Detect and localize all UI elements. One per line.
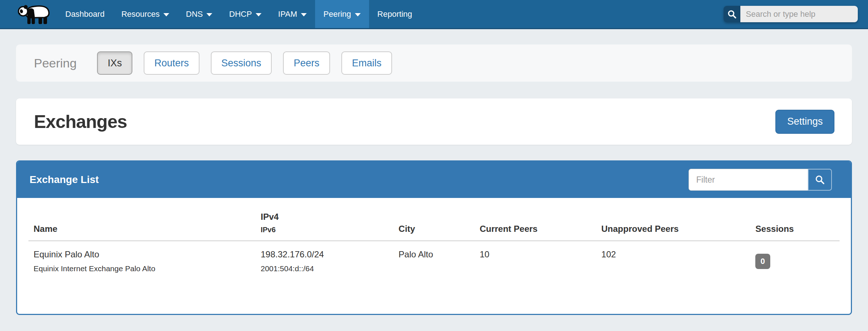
routers-button[interactable]: Routers <box>144 51 199 75</box>
nav-item-resources[interactable]: Resources <box>113 0 178 28</box>
global-search-input[interactable] <box>740 6 858 22</box>
nav-label: Dashboard <box>65 9 105 19</box>
emails-button[interactable]: Emails <box>341 51 392 75</box>
column-header-sessions: Sessions <box>750 207 840 241</box>
exchange-long-name: Equinix Internet Exchange Palo Alto <box>34 264 251 273</box>
cell-sessions: 0 <box>750 241 840 277</box>
nav-item-dns[interactable]: DNS <box>178 0 221 28</box>
nav-item-peering[interactable]: Peering <box>315 0 369 28</box>
sessions-button[interactable]: Sessions <box>211 51 272 75</box>
exchange-list-panel: Exchange List Name IPv4 I <box>16 160 852 315</box>
column-header-current-peers: Current Peers <box>474 207 596 241</box>
exchange-list-header: Exchange List <box>17 161 851 198</box>
filter-input[interactable] <box>689 169 808 191</box>
nav-item-dashboard[interactable]: Dashboard <box>57 0 113 28</box>
cell-city: Palo Alto <box>394 241 474 277</box>
sessions-count-badge[interactable]: 0 <box>755 254 770 269</box>
column-header-ipv6: IPv6 <box>261 226 388 234</box>
nav-item-ipam[interactable]: IPAM <box>270 0 315 28</box>
chevron-down-icon <box>256 13 261 16</box>
toolbar-buttons: IXs Routers Sessions Peers Emails <box>97 51 392 75</box>
page-title: Exchanges <box>34 111 127 132</box>
nav-label: IPAM <box>278 9 297 19</box>
panel-title: Exchange List <box>30 174 99 186</box>
column-header-city: City <box>394 207 474 241</box>
nav-item-dhcp[interactable]: DHCP <box>221 0 270 28</box>
exchange-table-body: Name IPv4 IPv6 City Current Peers Unappr… <box>17 198 851 314</box>
ixs-button[interactable]: IXs <box>97 51 132 75</box>
nav-label: DNS <box>186 9 203 19</box>
search-icon <box>815 175 825 185</box>
column-header-ip: IPv4 IPv6 <box>256 207 394 241</box>
chevron-down-icon <box>163 13 169 16</box>
nav-label: DHCP <box>229 9 252 19</box>
column-header-unapproved-peers: Unapproved Peers <box>596 207 751 241</box>
peering-toolbar: Peering IXs Routers Sessions Peers Email… <box>16 44 852 82</box>
exchange-table: Name IPv4 IPv6 City Current Peers Unappr… <box>28 207 840 277</box>
filter-group <box>689 169 832 191</box>
chevron-down-icon <box>355 13 361 16</box>
peers-button[interactable]: Peers <box>283 51 330 75</box>
table-row[interactable]: Equinix Palo Alto Equinix Internet Excha… <box>28 241 840 277</box>
toolbar-title: Peering <box>34 56 77 70</box>
column-header-name: Name <box>28 207 256 241</box>
global-search <box>724 6 858 22</box>
nav-label: Resources <box>121 9 160 19</box>
panda-icon <box>18 3 50 25</box>
global-search-button[interactable] <box>724 6 740 22</box>
cell-name: Equinix Palo Alto Equinix Internet Excha… <box>28 241 256 277</box>
cell-current-peers: 10 <box>474 241 596 277</box>
main-nav: Dashboard Resources DNS DHCP IPAM Peerin… <box>57 0 421 28</box>
cell-ip: 198.32.176.0/24 2001:504:d::/64 <box>256 241 394 277</box>
nav-label: Reporting <box>377 9 412 19</box>
chevron-down-icon <box>301 13 307 16</box>
search-icon <box>727 9 737 19</box>
page-header-card: Exchanges Settings <box>16 98 852 145</box>
panda-logo[interactable] <box>18 0 50 28</box>
nav-label: Peering <box>323 9 351 19</box>
exchange-ipv6: 2001:504:d::/64 <box>261 264 388 273</box>
cell-unapproved-peers: 102 <box>596 241 751 277</box>
nav-item-reporting[interactable]: Reporting <box>369 0 421 28</box>
table-header-row: Name IPv4 IPv6 City Current Peers Unappr… <box>28 207 840 241</box>
filter-search-button[interactable] <box>808 169 832 191</box>
chevron-down-icon <box>206 13 212 16</box>
top-navbar: Dashboard Resources DNS DHCP IPAM Peerin… <box>0 0 868 29</box>
column-header-ipv4: IPv4 <box>261 212 388 222</box>
exchange-ipv4: 198.32.176.0/24 <box>261 249 388 260</box>
settings-button[interactable]: Settings <box>775 110 834 134</box>
exchange-name: Equinix Palo Alto <box>34 249 251 260</box>
